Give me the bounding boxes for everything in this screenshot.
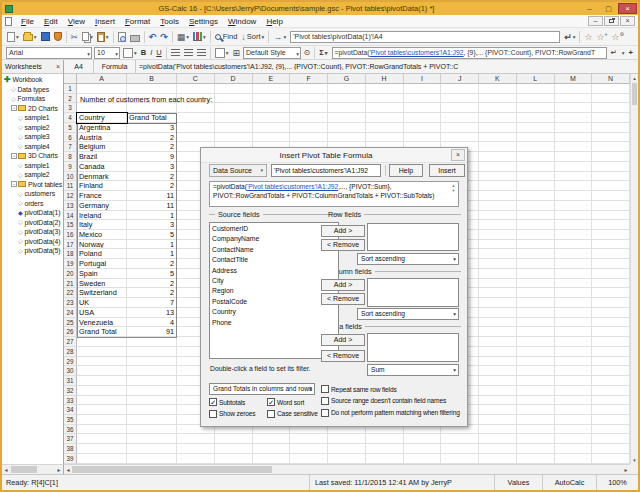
grid-cell-m36[interactable] <box>555 425 593 435</box>
grid-cell-b11[interactable]: 2 <box>127 181 177 191</box>
data-aggregate-select[interactable]: Sum <box>367 364 459 376</box>
grid-cell-l24[interactable] <box>517 308 555 318</box>
grid-cell-a35[interactable] <box>77 415 127 425</box>
grid-cell-g2[interactable] <box>328 94 366 104</box>
tree-item-3d-charts[interactable]: -3D Charts <box>2 151 63 161</box>
tree-item-pivotdata-4[interactable]: ◇pivotData(4) <box>2 237 63 247</box>
grid-cell-j37[interactable] <box>441 434 479 444</box>
tree-item-sample4[interactable]: ◇sample4 <box>2 142 63 152</box>
grid-cell-j1[interactable] <box>441 84 479 94</box>
align-right-button[interactable] <box>195 47 208 59</box>
row-fields-remove-button[interactable]: < Remove <box>321 239 365 251</box>
grid-cell-a36[interactable] <box>77 425 127 435</box>
grid-cell-l34[interactable] <box>517 405 555 415</box>
grid-cell-a4[interactable]: Country <box>77 113 127 123</box>
grid-cell-j6[interactable] <box>441 133 479 143</box>
column-header-i[interactable]: I <box>404 74 442 84</box>
tree-item-sample1[interactable]: ◇sample1 <box>2 161 63 171</box>
menu-file[interactable]: File <box>16 17 39 26</box>
grid-cell-b32[interactable] <box>127 386 177 396</box>
grid-cell-k10[interactable] <box>479 172 517 182</box>
grid-cell-l15[interactable] <box>517 220 555 230</box>
grid-cell-b7[interactable]: 2 <box>127 142 177 152</box>
grid-cell-k23[interactable] <box>479 298 517 308</box>
grid-cell-j39[interactable] <box>441 454 479 464</box>
grid-cell-k15[interactable] <box>479 220 517 230</box>
grid-cell-l32[interactable] <box>517 386 555 396</box>
grid-cell-n4[interactable] <box>592 113 630 123</box>
scrollbar-thumb[interactable] <box>11 466 37 473</box>
column-header-l[interactable]: L <box>517 74 555 84</box>
grid-cell-k34[interactable] <box>479 405 517 415</box>
grid-cell-l37[interactable] <box>517 434 555 444</box>
row-header-24[interactable]: 24 <box>64 308 77 318</box>
tree-item-pivotdata-2[interactable]: ◇pivotData(2) <box>2 218 63 228</box>
column-header-e[interactable]: E <box>253 74 291 84</box>
grid-cell-k32[interactable] <box>479 386 517 396</box>
row-header-15[interactable]: 15 <box>64 220 77 230</box>
grid-cell-n19[interactable] <box>592 259 630 269</box>
grid-cell-f6[interactable] <box>290 133 328 143</box>
column-fields-remove-button[interactable]: < Remove <box>321 293 365 305</box>
grid-cell-c3[interactable] <box>177 103 215 113</box>
grid-cell-k35[interactable] <box>479 415 517 425</box>
grid-cell-l4[interactable] <box>517 113 555 123</box>
grid-cell-a27[interactable] <box>77 337 127 347</box>
grid-cell-n17[interactable] <box>592 240 630 250</box>
row-header-33[interactable]: 33 <box>64 396 77 406</box>
status-zoom-level[interactable]: 100% <box>596 475 638 490</box>
column-header-g[interactable]: G <box>328 74 366 84</box>
row-header-37[interactable]: 37 <box>64 434 77 444</box>
grid-cell-k14[interactable] <box>479 211 517 221</box>
grid-cell-k11[interactable] <box>479 181 517 191</box>
grid-cell-m13[interactable] <box>555 201 593 211</box>
horizontal-scrollbar[interactable]: ◂ ▸ <box>64 464 630 474</box>
grid-cell-m29[interactable] <box>555 357 593 367</box>
grid-cell-a22[interactable]: Switzerland <box>77 288 127 298</box>
menu-window[interactable]: Window <box>223 17 261 26</box>
grid-cell-m12[interactable] <box>555 191 593 201</box>
pivot-formula-preview[interactable]: =pivotData('Pivot tables\customers'!A1:J… <box>209 181 459 207</box>
grid-cell-h39[interactable] <box>366 454 404 464</box>
print-button[interactable] <box>128 29 142 44</box>
data-fields-remove-button[interactable]: < Remove <box>321 350 365 362</box>
grid-cell-b12[interactable]: 11 <box>127 191 177 201</box>
grid-cell-k27[interactable] <box>479 337 517 347</box>
column-fields-add-button[interactable]: Add > <box>321 279 365 291</box>
grid-cell-m16[interactable] <box>555 230 593 240</box>
merge-cells-button[interactable]: ⊞ <box>230 47 242 59</box>
data-fields-add-button[interactable]: Add > <box>321 334 365 346</box>
grid-cell-d38[interactable] <box>215 444 253 454</box>
grid-cell-m11[interactable] <box>555 181 593 191</box>
sort-button[interactable]: ↓Sort▾ <box>239 29 266 44</box>
grid-cell-n32[interactable] <box>592 386 630 396</box>
row-header-9[interactable]: 9 <box>64 162 77 172</box>
align-center-button[interactable] <box>182 47 195 59</box>
grid-cell-a17[interactable]: Norway <box>77 240 127 250</box>
subtotals-checkbox[interactable]: ✓Subtotals <box>209 398 267 406</box>
grid-cell-l36[interactable] <box>517 425 555 435</box>
grid-cell-m24[interactable] <box>555 308 593 318</box>
grid-cell-c1[interactable] <box>177 84 215 94</box>
grid-cell-c5[interactable] <box>177 123 215 133</box>
autosum-button[interactable]: Σ▾ <box>317 47 329 59</box>
grid-cell-k18[interactable] <box>479 249 517 259</box>
column-header-j[interactable]: J <box>441 74 479 84</box>
mdi-restore-button[interactable] <box>604 16 619 26</box>
scroll-left-icon[interactable]: ◂ <box>2 466 10 473</box>
grid-cell-n34[interactable] <box>592 405 630 415</box>
tree-item-2d-charts[interactable]: -2D Charts <box>2 104 63 114</box>
grid-cell-n29[interactable] <box>592 357 630 367</box>
grid-cell-n18[interactable] <box>592 249 630 259</box>
grid-cell-l17[interactable] <box>517 240 555 250</box>
grid-cell-c4[interactable] <box>177 113 215 123</box>
grid-cell-m8[interactable] <box>555 152 593 162</box>
print-preview-button[interactable] <box>116 29 128 44</box>
mdi-minimize-button[interactable]: – <box>588 16 603 26</box>
column-header-k[interactable]: K <box>479 74 517 84</box>
grid-cell-m1[interactable] <box>555 84 593 94</box>
grid-cell-m15[interactable] <box>555 220 593 230</box>
row-fields-list[interactable] <box>367 223 459 251</box>
data-fields-list[interactable] <box>367 333 459 362</box>
grid-cell-e6[interactable] <box>253 133 291 143</box>
